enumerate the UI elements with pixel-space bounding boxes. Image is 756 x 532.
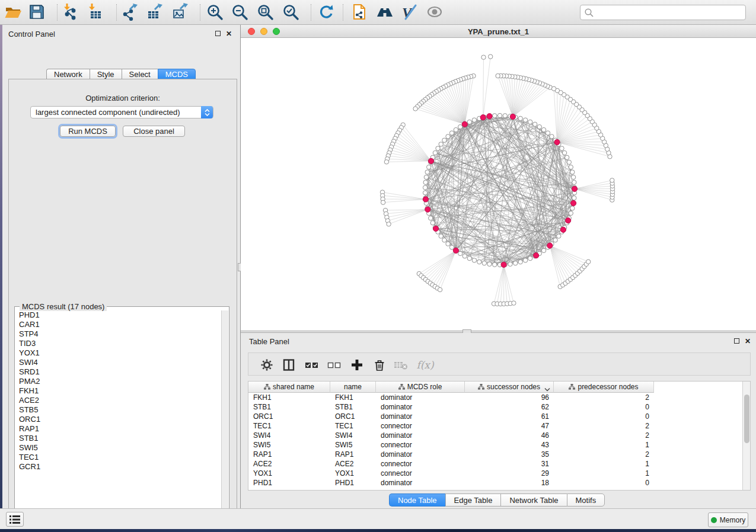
refresh-view-icon[interactable] (317, 2, 336, 21)
dominator-node[interactable] (566, 218, 571, 223)
graph-node[interactable] (569, 165, 573, 169)
graph-node[interactable] (467, 120, 471, 124)
graph-node[interactable] (439, 142, 443, 146)
graph-node[interactable] (433, 150, 437, 155)
network-graph[interactable] (241, 38, 756, 331)
float-panel-icon[interactable] (734, 338, 739, 344)
mcds-result-item[interactable]: ORC1 (19, 415, 221, 424)
table-scrollbar-thumb[interactable] (744, 395, 749, 443)
graph-node[interactable] (472, 118, 476, 122)
graph-node[interactable] (503, 114, 507, 118)
table-scrollbar[interactable] (742, 382, 750, 490)
graph-node[interactable] (427, 165, 431, 169)
table-row[interactable]: YOX1 YOX1 connector 29 1 (248, 469, 743, 478)
memory-button[interactable]: Memory (708, 512, 748, 527)
share-document-icon[interactable] (350, 2, 369, 21)
graph-node[interactable] (436, 146, 440, 150)
graph-node[interactable] (518, 116, 522, 120)
graph-node[interactable] (442, 238, 446, 242)
dominator-node[interactable] (487, 114, 492, 119)
mcds-result-item[interactable]: STP4 (19, 329, 221, 339)
graph-node[interactable] (481, 55, 486, 59)
dominator-node[interactable] (480, 115, 486, 120)
mcds-result-item[interactable]: TID3 (19, 339, 221, 348)
graph-node[interactable] (508, 262, 512, 266)
graph-node[interactable] (449, 131, 454, 135)
graph-node[interactable] (384, 160, 388, 164)
settings-gear-icon[interactable] (259, 357, 275, 373)
dominator-node[interactable] (560, 227, 566, 232)
vizmapper-icon[interactable]: V (399, 2, 418, 21)
tab-style[interactable]: Style (90, 69, 122, 79)
dominator-node[interactable] (501, 262, 506, 267)
deselect-all-icon[interactable] (327, 357, 342, 373)
dominator-node[interactable] (547, 243, 553, 248)
table-row[interactable]: TEC1 TEC1 connector 47 2 (248, 421, 743, 431)
column-header[interactable]: predecessor nodes (554, 382, 654, 393)
graph-node[interactable] (489, 55, 493, 59)
show-columns-icon[interactable] (281, 357, 296, 373)
run-mcds-button[interactable]: Run MCDS (60, 126, 116, 137)
hide-details-eye-icon[interactable] (425, 2, 444, 21)
graph-node[interactable] (413, 107, 417, 111)
float-panel-icon[interactable] (215, 31, 221, 36)
graph-node[interactable] (512, 301, 516, 305)
graph-node[interactable] (569, 211, 573, 215)
zoom-selected-icon[interactable] (281, 2, 300, 21)
graph-node[interactable] (472, 258, 476, 262)
graph-node[interactable] (442, 138, 446, 142)
graph-node[interactable] (467, 256, 471, 260)
network-window-titlebar[interactable]: YPA_prune.txt_1 (241, 25, 756, 38)
mcds-result-item[interactable]: STB5 (19, 405, 221, 415)
mcds-result-item[interactable]: CAR1 (19, 320, 221, 329)
network-canvas[interactable] (241, 38, 756, 331)
zoom-fit-icon[interactable] (256, 2, 275, 21)
graph-node[interactable] (562, 150, 566, 155)
graph-node[interactable] (567, 160, 571, 164)
graph-node[interactable] (429, 216, 433, 220)
column-header[interactable]: shared name (248, 382, 330, 393)
table-row[interactable]: RAP1 RAP1 dominator 35 2 (248, 450, 743, 459)
mcds-result-item[interactable]: ACE2 (19, 396, 221, 405)
graph-node[interactable] (454, 127, 458, 132)
graph-node[interactable] (381, 200, 385, 204)
graph-node[interactable] (462, 254, 467, 258)
table-row[interactable]: ORC1 ORC1 dominator 61 0 (248, 412, 743, 421)
graph-node[interactable] (438, 287, 442, 291)
dominator-node[interactable] (425, 207, 430, 212)
graph-node[interactable] (586, 259, 591, 264)
dominator-node[interactable] (433, 226, 438, 231)
dominator-node[interactable] (453, 248, 458, 253)
select-all-icon[interactable] (304, 357, 320, 373)
tab-network-table[interactable]: Network Table (500, 493, 566, 507)
graph-node[interactable] (425, 170, 429, 174)
graph-node[interactable] (528, 120, 532, 124)
optimization-criterion-select[interactable]: largest connected component (undirected) (30, 106, 213, 118)
graph-node[interactable] (446, 134, 450, 139)
graph-node[interactable] (496, 73, 500, 78)
graph-node[interactable] (541, 248, 546, 252)
graph-node[interactable] (423, 191, 427, 195)
graph-node[interactable] (487, 262, 492, 266)
add-column-icon[interactable] (349, 357, 365, 373)
dominator-node[interactable] (571, 200, 576, 206)
graph-node[interactable] (424, 175, 428, 179)
table-row[interactable]: SWI5 SWI5 connector 43 1 (248, 440, 743, 450)
graph-node[interactable] (493, 114, 497, 118)
graph-node[interactable] (523, 258, 527, 262)
network-search-binoculars-icon[interactable] (375, 2, 394, 21)
graph-node[interactable] (550, 134, 554, 139)
graph-node[interactable] (493, 262, 497, 267)
graph-node[interactable] (446, 242, 450, 246)
graph-node[interactable] (482, 261, 486, 265)
close-panel-button[interactable]: Close panel (123, 126, 185, 137)
graph-node[interactable] (528, 256, 532, 260)
table-row[interactable]: PHD1 PHD1 dominator 18 0 (248, 478, 743, 488)
export-table-icon[interactable] (145, 2, 164, 21)
graph-node[interactable] (553, 238, 557, 242)
graph-node[interactable] (513, 261, 518, 265)
table-row[interactable]: ACE2 ACE2 connector 31 1 (248, 459, 743, 469)
table-row[interactable]: FKH1 FKH1 dominator 96 2 (248, 393, 743, 402)
graph-node[interactable] (551, 86, 556, 91)
tab-network[interactable]: Network (46, 69, 90, 79)
